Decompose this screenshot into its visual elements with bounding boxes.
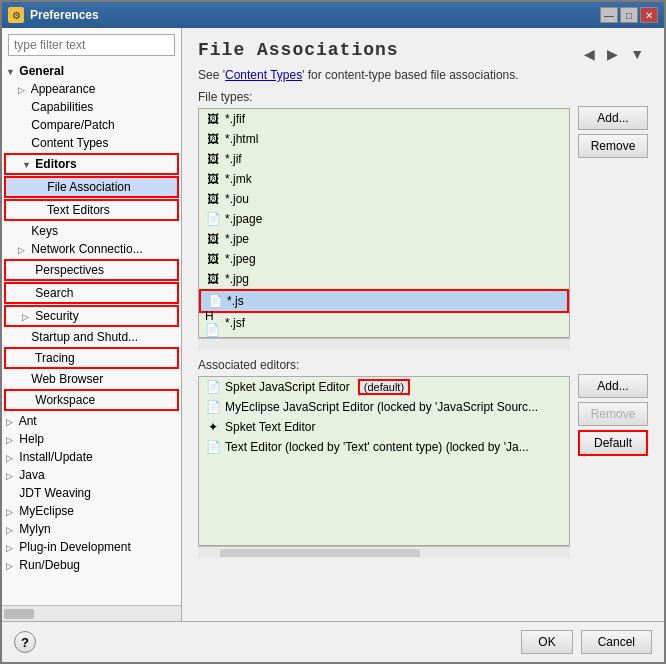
remove-assoc-button[interactable]: Remove bbox=[578, 402, 648, 426]
expand-arrow: ▷ bbox=[18, 245, 28, 255]
sidebar-item-keys[interactable]: Keys bbox=[2, 222, 181, 240]
sidebar-item-editors[interactable]: ▼ Editors bbox=[4, 153, 179, 175]
file-type-name: *.jpeg bbox=[225, 252, 256, 266]
file-icon: 🖼 bbox=[205, 131, 221, 147]
file-type-name: *.jsf bbox=[225, 316, 245, 330]
assoc-hscrollbar[interactable] bbox=[198, 546, 570, 558]
list-item[interactable]: H📄 *.jsf bbox=[199, 313, 569, 333]
minimize-button[interactable]: — bbox=[600, 7, 618, 23]
file-types-list[interactable]: 🖼 *.jfif 🖼 *.jhtml 🖼 *.jif 🖼 bbox=[198, 108, 570, 338]
sidebar-item-java[interactable]: ▷ Java bbox=[2, 466, 181, 484]
file-type-name: *.jou bbox=[225, 192, 249, 206]
ok-button[interactable]: OK bbox=[521, 630, 572, 654]
expand-arrow: ▷ bbox=[6, 543, 16, 553]
sidebar-hscrollbar[interactable] bbox=[2, 605, 181, 621]
sidebar-item-workspace[interactable]: Workspace bbox=[4, 389, 179, 411]
sidebar-item-content-types[interactable]: Content Types bbox=[2, 134, 181, 152]
file-icon: 🖼 bbox=[205, 191, 221, 207]
sidebar-item-mylyn[interactable]: ▷ Mylyn bbox=[2, 520, 181, 538]
expand-arrow bbox=[18, 121, 28, 131]
list-item[interactable]: 🖼 *.jfif bbox=[199, 109, 569, 129]
sidebar-item-plugin-development[interactable]: ▷ Plug-in Development bbox=[2, 538, 181, 556]
sidebar-item-appearance[interactable]: ▷ Appearance bbox=[2, 80, 181, 98]
add-assoc-button[interactable]: Add... bbox=[578, 374, 648, 398]
sidebar-item-jdt-weaving[interactable]: JDT Weaving bbox=[2, 484, 181, 502]
filter-input[interactable] bbox=[8, 34, 175, 56]
list-item[interactable]: 🖼 *.jmk bbox=[199, 169, 569, 189]
expand-arrow bbox=[18, 103, 28, 113]
back-button[interactable]: ◀ bbox=[580, 44, 599, 64]
list-item-js[interactable]: 📄 *.js bbox=[199, 289, 569, 313]
expand-arrow: ▼ bbox=[6, 67, 16, 77]
sidebar-item-general[interactable]: ▼ General bbox=[2, 62, 181, 80]
default-button[interactable]: Default bbox=[578, 430, 648, 456]
list-item[interactable]: 📄 *.jpage bbox=[199, 209, 569, 229]
file-icon: 📄 bbox=[207, 293, 223, 309]
scrollbar-thumb[interactable] bbox=[220, 549, 420, 557]
assoc-item-spket-text[interactable]: ✦ Spket Text Editor bbox=[199, 417, 569, 437]
dropdown-button[interactable]: ▼ bbox=[626, 44, 648, 64]
sidebar-item-ant[interactable]: ▷ Ant bbox=[2, 412, 181, 430]
list-item[interactable]: 🖼 *.jou bbox=[199, 189, 569, 209]
expand-arrow bbox=[18, 227, 28, 237]
list-item[interactable]: 🖼 *.jhtml bbox=[199, 129, 569, 149]
file-icon: 📄 bbox=[205, 211, 221, 227]
sidebar-item-tracing[interactable]: Tracing bbox=[4, 347, 179, 369]
file-types-label: File types: bbox=[198, 90, 570, 104]
editor-name: Spket Text Editor bbox=[225, 420, 316, 434]
scrollbar-thumb[interactable] bbox=[4, 609, 34, 619]
sidebar-item-compare-patch[interactable]: Compare/Patch bbox=[2, 116, 181, 134]
sidebar-item-startup[interactable]: Startup and Shutd... bbox=[2, 328, 181, 346]
forward-button[interactable]: ▶ bbox=[603, 44, 622, 64]
desc-suffix: ' for content-type based file associatio… bbox=[302, 68, 518, 82]
sidebar-item-perspectives[interactable]: Perspectives bbox=[4, 259, 179, 281]
sidebar-item-network-connections[interactable]: ▷ Network Connectio... bbox=[2, 240, 181, 258]
file-type-name: *.jpe bbox=[225, 232, 249, 246]
sidebar-item-search[interactable]: Search bbox=[4, 282, 179, 304]
sidebar-item-install-update[interactable]: ▷ Install/Update bbox=[2, 448, 181, 466]
list-item[interactable]: 🖼 *.jpe bbox=[199, 229, 569, 249]
expand-arrow: ▷ bbox=[22, 312, 32, 322]
sidebar-item-security[interactable]: ▷ Security bbox=[4, 305, 179, 327]
list-item[interactable]: 📄 *.json bbox=[199, 333, 569, 338]
list-item[interactable]: 🖼 *.jpg bbox=[199, 269, 569, 289]
file-type-name: *.jpg bbox=[225, 272, 249, 286]
sidebar-item-myeclipse[interactable]: ▷ MyEclipse bbox=[2, 502, 181, 520]
associated-editors-list[interactable]: 📄 Spket JavaScript Editor (default) 📄 My… bbox=[198, 376, 570, 546]
content-area: File Associations ◀ ▶ ▼ See 'Content Typ… bbox=[182, 28, 664, 621]
editor-name: Text Editor (locked by 'Text' content ty… bbox=[225, 440, 529, 454]
main-area: ▼ General ▷ Appearance Capabilities Comp… bbox=[2, 28, 664, 621]
sidebar-item-capabilities[interactable]: Capabilities bbox=[2, 98, 181, 116]
title-bar: ⚙ Preferences — □ ✕ bbox=[2, 2, 664, 28]
expand-arrow bbox=[18, 333, 28, 343]
assoc-item-myeclipse-js[interactable]: 📄 MyEclipse JavaScript Editor (locked by… bbox=[199, 397, 569, 417]
maximize-button[interactable]: □ bbox=[620, 7, 638, 23]
sidebar-item-run-debug[interactable]: ▷ Run/Debug bbox=[2, 556, 181, 574]
footer-help: ? bbox=[14, 631, 513, 653]
file-types-hscrollbar[interactable] bbox=[198, 338, 570, 350]
file-icon: 🖼 bbox=[205, 231, 221, 247]
desc-prefix: See ' bbox=[198, 68, 225, 82]
sidebar-item-web-browser[interactable]: Web Browser bbox=[2, 370, 181, 388]
assoc-item-spket-js[interactable]: 📄 Spket JavaScript Editor (default) bbox=[199, 377, 569, 397]
file-icon: 🖼 bbox=[205, 271, 221, 287]
sidebar-item-file-association[interactable]: File Association bbox=[4, 176, 179, 198]
list-item[interactable]: 🖼 *.jif bbox=[199, 149, 569, 169]
list-item[interactable]: 🖼 *.jpeg bbox=[199, 249, 569, 269]
dialog-footer: ? OK Cancel bbox=[2, 621, 664, 662]
file-type-name: *.json bbox=[225, 336, 255, 338]
help-button[interactable]: ? bbox=[14, 631, 36, 653]
sidebar-item-text-editors[interactable]: Text Editors bbox=[4, 199, 179, 221]
content-types-link[interactable]: Content Types bbox=[225, 68, 302, 82]
cancel-button[interactable]: Cancel bbox=[581, 630, 652, 654]
expand-arrow: ▼ bbox=[22, 160, 32, 170]
page-title: File Associations bbox=[198, 40, 399, 60]
assoc-item-text-editor[interactable]: 📄 Text Editor (locked by 'Text' content … bbox=[199, 437, 569, 457]
sidebar-item-help[interactable]: ▷ Help bbox=[2, 430, 181, 448]
add-file-type-button[interactable]: Add... bbox=[578, 106, 648, 130]
remove-file-type-button[interactable]: Remove bbox=[578, 134, 648, 158]
close-button[interactable]: ✕ bbox=[640, 7, 658, 23]
file-icon: 🖼 bbox=[205, 251, 221, 267]
expand-arrow bbox=[18, 139, 28, 149]
default-tag: (default) bbox=[358, 379, 410, 395]
